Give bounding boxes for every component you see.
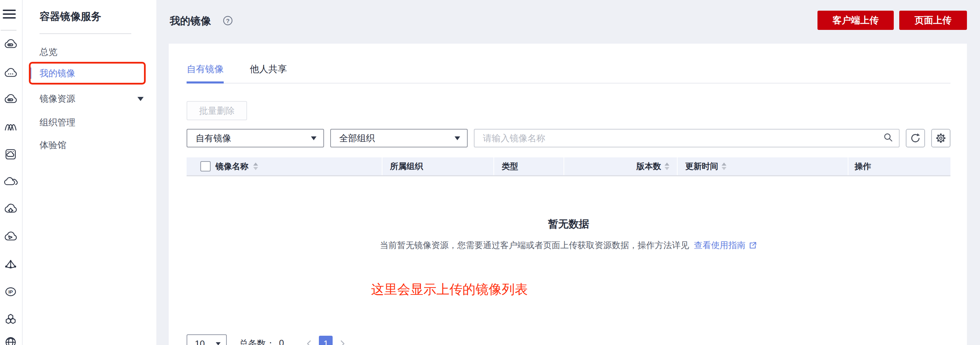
service-icon-rail: IP [0,0,23,345]
usage-guide-link[interactable]: 查看使用指南 [694,240,757,250]
chevron-down-icon [137,97,144,101]
svg-text:?: ? [226,18,229,24]
select-all-checkbox[interactable] [200,161,211,172]
sidebar-item-my-images[interactable]: 我的镜像 [23,65,156,81]
cloud-upload-icon[interactable] [2,201,20,217]
sidebar: 容器镜像服务 总览 我的镜像 镜像资源 组织管理 体验馆 [23,0,156,345]
red-annotation-text: 这里会显示上传的镜像列表 [371,281,528,298]
globe-icon[interactable] [2,334,20,345]
sidebar-item-experience-hall[interactable]: 体验馆 [23,137,156,153]
image-type-select[interactable]: 自有镜像 [186,129,324,148]
sidebar-item-organization-management[interactable]: 组织管理 [23,114,156,130]
filter-row: 自有镜像 全部组织 [186,129,950,148]
column-header-image-name: 镜像名称 [186,157,382,175]
sidebar-item-image-resources[interactable]: 镜像资源 [23,91,156,107]
pyramid-network-icon[interactable] [2,256,20,272]
tab-own-images[interactable]: 自有镜像 [186,63,224,84]
page-upload-button[interactable]: 页面上传 [899,11,967,30]
next-page-icon[interactable] [337,339,347,345]
total-count: 总条数： 0 [239,338,284,345]
empty-state-title: 暂无数据 [186,217,950,231]
header-actions: 客户端上传 页面上传 [818,11,967,30]
rail-divider [1,30,16,30]
organization-select[interactable]: 全部组织 [330,129,468,148]
batch-delete-button[interactable]: 批量删除 [186,101,247,120]
tab-shared-by-others[interactable]: 他人共享 [250,63,287,84]
hamburger-menu-icon[interactable] [3,10,16,19]
page-title: 我的镜像 [170,14,211,28]
column-header-operation: 操作 [848,157,950,175]
pagination: 10 总条数： 0 1 [186,334,347,345]
search-icon[interactable] [883,132,893,144]
cloud-registry-icon[interactable] [2,91,20,107]
search-input[interactable] [477,133,883,144]
previous-page-icon[interactable] [304,339,314,345]
chevron-down-icon [216,342,221,345]
page-number-1[interactable]: 1 [319,336,332,345]
column-header-update-time: 更新时间 [677,157,848,175]
active-indicator-bar [30,67,31,79]
ip-icon[interactable]: IP [2,284,20,300]
sidebar-divider [40,33,131,34]
search-box [474,129,900,148]
sort-icon[interactable] [722,162,726,170]
table-header-row: 镜像名称 所属组织 类型 版本数 更新时间 操作 [186,157,950,176]
client-upload-button[interactable]: 客户端上传 [818,11,894,30]
settings-gear-icon[interactable] [931,129,950,148]
column-header-version-count: 版本数 [563,157,677,175]
cloud-server-icon[interactable] [2,37,20,52]
cloud-cursor-icon[interactable] [2,229,20,245]
pager: 1 [304,336,347,345]
tab-bar: 自有镜像 他人共享 [186,44,950,84]
page-size-select[interactable]: 10 [186,334,227,345]
box-cloud-icon[interactable] [2,146,20,162]
sort-icon[interactable] [665,162,669,170]
empty-state: 暂无数据 当前暂无镜像资源，您需要通过客户端或者页面上传获取资源数据，操作方法详… [186,217,950,252]
column-header-type: 类型 [493,157,563,175]
sidebar-item-overview[interactable]: 总览 [23,44,156,60]
refresh-button[interactable] [906,129,925,148]
column-header-organization: 所属组织 [382,157,493,175]
chevron-down-icon [455,137,460,140]
cloud-dots-icon[interactable] [2,65,20,81]
external-link-icon [748,241,757,252]
hexagon-cluster-icon[interactable] [2,311,20,327]
main-content: 我的镜像 ? 客户端上传 页面上传 自有镜像 他人共享 批量删除 自有镜像 全部… [156,0,980,345]
content-card: 自有镜像 他人共享 批量删除 自有镜像 全部组织 [169,44,967,345]
sidebar-title: 容器镜像服务 [40,10,101,24]
double-cloud-icon[interactable] [2,174,20,190]
empty-state-description: 当前暂无镜像资源，您需要通过客户端或者页面上传获取资源数据，操作方法详见查看使用… [186,240,950,252]
chevron-down-icon [311,137,317,140]
help-icon[interactable]: ? [223,16,233,26]
waves-icon[interactable] [2,119,20,135]
svg-text:IP: IP [9,289,13,294]
sort-icon[interactable] [253,162,258,170]
